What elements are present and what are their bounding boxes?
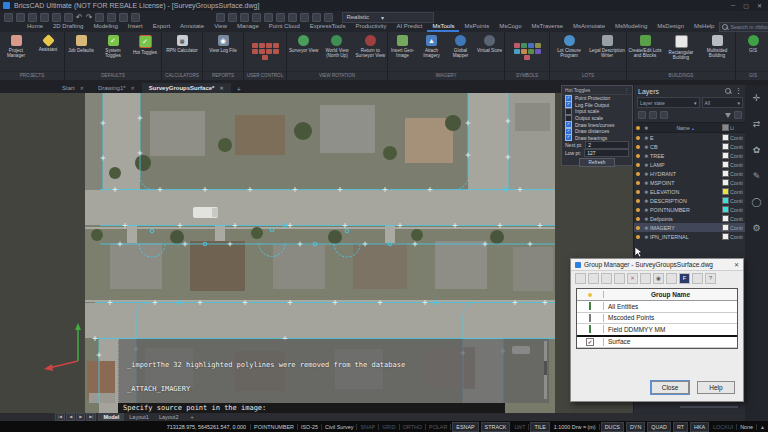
- rename-group-icon[interactable]: [601, 273, 612, 284]
- return-surveyor-view-button[interactable]: Return to Surveyor View: [354, 32, 387, 71]
- layer-color-swatch[interactable]: [721, 170, 730, 177]
- ribbon-tab-mshelp[interactable]: MsHelp: [689, 23, 719, 32]
- status-toggle-hka[interactable]: HKA: [690, 422, 709, 432]
- status-toggle-ducs[interactable]: DUCS: [601, 422, 624, 432]
- toggle-log-file-output[interactable]: ✓Log File Output: [562, 102, 632, 109]
- global-mapper-button[interactable]: Global Mapper: [446, 32, 475, 71]
- open-file-icon[interactable]: [16, 13, 25, 22]
- group-checkbox[interactable]: ✓: [586, 338, 593, 346]
- paste-icon[interactable]: [119, 13, 128, 22]
- surveyor-view-button[interactable]: Surveyor View: [287, 32, 320, 71]
- layer-linetype[interactable]: Conti: [730, 189, 746, 195]
- cut-icon[interactable]: [95, 13, 104, 22]
- ribbon-tab-msannotate[interactable]: MsAnnotate: [568, 23, 610, 32]
- last-tab-icon[interactable]: ▶|: [86, 413, 96, 421]
- hide-group-icon[interactable]: [666, 273, 677, 284]
- layer-color-swatch[interactable]: [721, 134, 730, 141]
- layer-on-icon[interactable]: [634, 225, 642, 231]
- layer-color-swatch[interactable]: [721, 179, 730, 186]
- status-toggle-polar[interactable]: POLAR: [426, 424, 451, 430]
- linetype-column-header[interactable]: Li: [730, 125, 746, 131]
- gis-button[interactable]: GIS: [736, 32, 768, 71]
- ribbon-tab-insert[interactable]: Insert: [123, 23, 148, 32]
- layout-tab-layout1[interactable]: Layout1: [124, 413, 154, 421]
- layer-linetype[interactable]: Conti: [730, 198, 746, 204]
- refresh-button[interactable]: Refresh: [579, 158, 615, 167]
- group-row-mscoded-points[interactable]: Mscoded Points: [577, 313, 737, 325]
- ribbon-tab-mstools[interactable]: MsTools: [427, 23, 459, 32]
- layout-tab-model[interactable]: Model: [98, 413, 124, 421]
- ribbon-tab-manage[interactable]: Manage: [232, 23, 264, 32]
- status-toggle-dyn[interactable]: DYN: [626, 422, 645, 432]
- hot-toggles-titlebar[interactable]: Hot Toggles ⋮: [562, 86, 632, 95]
- group-visibility-cell[interactable]: [577, 302, 604, 310]
- group-checkbox[interactable]: [589, 325, 591, 333]
- layer-freeze-icon[interactable]: ✱: [642, 198, 650, 204]
- status-expand-icon[interactable]: ▲: [757, 424, 768, 430]
- layers-panel-menu-icon[interactable]: ⋮: [735, 87, 742, 95]
- next-tab-icon[interactable]: ▶: [76, 413, 85, 421]
- layer-color-swatch[interactable]: [721, 197, 730, 204]
- layer-settings-icon[interactable]: [734, 111, 742, 119]
- freeze-column-icon[interactable]: ✱: [642, 125, 650, 131]
- layer-on-icon[interactable]: [634, 216, 642, 222]
- group-visibility-cell[interactable]: ✓: [577, 338, 604, 346]
- layer-color-swatch[interactable]: [721, 224, 730, 231]
- toggle-output-scale[interactable]: Output scale: [562, 115, 632, 122]
- close-button[interactable]: ✕: [757, 2, 762, 9]
- assistant-button[interactable]: Assistant: [32, 32, 64, 71]
- layout-tab-layout2[interactable]: Layout2: [154, 413, 184, 421]
- close-dialog-button[interactable]: Close: [651, 381, 689, 394]
- match-properties-icon[interactable]: [131, 13, 140, 22]
- import-layer-state-icon[interactable]: [660, 111, 668, 119]
- pointer-panel-icon[interactable]: ✛: [753, 93, 761, 103]
- layer-color-swatch[interactable]: [721, 206, 730, 213]
- regen-icon[interactable]: [276, 13, 285, 22]
- layer-color-swatch[interactable]: [721, 215, 730, 222]
- layer-on-icon[interactable]: [634, 207, 642, 213]
- insert-geo-image-button[interactable]: Insert Geo-Image: [388, 32, 417, 71]
- new-document-tab-button[interactable]: +: [231, 86, 247, 93]
- render-icon[interactable]: [312, 13, 321, 22]
- status-toggle-esnap[interactable]: ESNAP: [452, 422, 478, 432]
- status-toggle-pointnumber[interactable]: POINTNUMBER: [251, 424, 298, 430]
- status-toggle-strack[interactable]: STRACK: [481, 422, 511, 432]
- close-tab-icon[interactable]: ✕: [131, 85, 135, 91]
- annotate-panel-icon[interactable]: ✎: [753, 171, 761, 181]
- job-defaults-button[interactable]: Job Defaults: [65, 32, 97, 71]
- layer-linetype[interactable]: Conti: [730, 144, 746, 150]
- field-codes-icon[interactable]: F: [679, 273, 690, 284]
- document-tab-drawing1[interactable]: Drawing1*✕: [91, 83, 142, 93]
- status-toggle-rt[interactable]: RT: [673, 422, 688, 432]
- layer-freeze-icon[interactable]: ✱: [642, 180, 650, 186]
- layer-on-icon[interactable]: [634, 144, 642, 150]
- ribbon-tab-mscogo[interactable]: MsCogo: [494, 23, 526, 32]
- group-manager-titlebar[interactable]: Group Manager - SurveyGroupsSurface.dwg …: [571, 259, 743, 271]
- toggle-draw-lines-curves[interactable]: ✓Draw lines/curves: [562, 121, 632, 128]
- layers-scrollbar[interactable]: [634, 405, 746, 409]
- ribbon-tab-msmodeling[interactable]: MsModeling: [610, 23, 652, 32]
- layer-row-lamp[interactable]: ✱LAMPConti: [634, 160, 746, 169]
- layer-search-icon[interactable]: [725, 88, 731, 94]
- layer-color-swatch[interactable]: [721, 152, 730, 159]
- layer-freeze-icon[interactable]: ✱: [642, 189, 650, 195]
- layer-row-e[interactable]: ✱EConti: [634, 133, 746, 142]
- shade-icon[interactable]: [288, 13, 297, 22]
- delete-group-icon[interactable]: [588, 273, 599, 284]
- add-entities-icon[interactable]: [614, 273, 625, 284]
- layer-on-icon[interactable]: [634, 162, 642, 168]
- status-toggle-lockui[interactable]: LOCKUI: [710, 424, 737, 430]
- layer-row-ipn-internal[interactable]: ✱IPN_INTERNALConti: [634, 232, 746, 241]
- layer-freeze-icon[interactable]: ✱: [642, 135, 650, 141]
- render-panel-icon[interactable]: ✿: [753, 145, 761, 155]
- virtual-store-button[interactable]: Virtual Store: [475, 32, 504, 71]
- orbit-icon[interactable]: [252, 13, 261, 22]
- show-group-icon[interactable]: ◉: [653, 273, 664, 284]
- legal-description-button[interactable]: Legal Description Writer: [588, 32, 626, 71]
- help-button[interactable]: Help: [697, 381, 735, 394]
- checkbox[interactable]: ✓: [565, 134, 572, 141]
- layer-state-dropdown[interactable]: Layer state ▾: [637, 97, 700, 108]
- sort-group-icon[interactable]: [692, 273, 703, 284]
- new-file-icon[interactable]: [4, 13, 13, 22]
- ribbon-tab-expresstools[interactable]: ExpressTools: [305, 23, 351, 32]
